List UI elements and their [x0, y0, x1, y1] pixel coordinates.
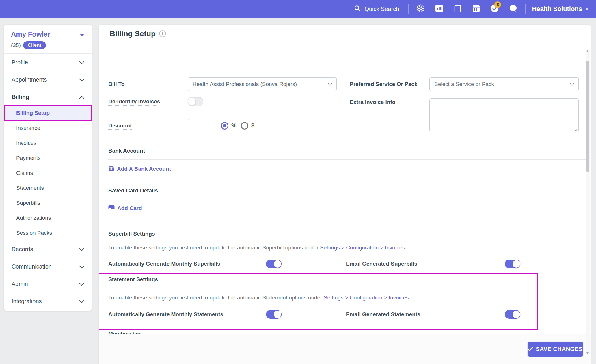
sidebar-item-records[interactable]: Records: [4, 241, 92, 258]
chevron-up-icon: [79, 94, 84, 100]
check-icon: [528, 346, 533, 352]
superbill-settings-title: Superbill Settings: [108, 231, 155, 237]
client-dropdown-caret-icon[interactable]: [80, 34, 84, 36]
discount-dollar-radio[interactable]: [241, 122, 248, 130]
chevron-down-icon: [79, 59, 84, 66]
credit-card-icon: [108, 205, 115, 211]
section-divider: [108, 159, 586, 160]
chevron-down-icon: [570, 81, 574, 87]
messages-button[interactable]: [504, 0, 522, 18]
membership-section-title: Membership: [108, 331, 141, 334]
preferred-service-label: Preferred Service Or Pack: [350, 77, 418, 91]
sidebar-item-authorizations[interactable]: Authorizations: [4, 211, 92, 226]
sidebar-nav: Profile Appointments Billing Billing Set…: [4, 54, 92, 310]
statement-settings-title: Statement Settings: [108, 276, 158, 283]
chat-bubble-icon: [509, 4, 517, 14]
panel-header: Billing Setup i: [99, 25, 591, 43]
topbar-separator: [408, 4, 409, 14]
bank-account-section-title: Bank Account: [108, 148, 145, 154]
panel-footer: SAVE CHANGES: [99, 334, 591, 364]
client-age: (35): [11, 42, 21, 48]
billing-setup-page: Quick Search: [0, 0, 596, 364]
topbar-separator: [525, 4, 526, 14]
preferred-service-select[interactable]: Select a Service or Pack: [429, 77, 579, 91]
de-identify-label: De-Identify Invoices: [108, 95, 160, 108]
statement-settings-highlight-box: [99, 273, 538, 330]
sidebar-item-profile[interactable]: Profile: [4, 54, 92, 71]
section-divider: [108, 290, 586, 290]
de-identify-toggle[interactable]: [188, 97, 203, 106]
chevron-down-icon: [79, 298, 84, 305]
sidebar-item-billing-setup[interactable]: Billing Setup: [5, 106, 91, 121]
discount-label: Discount: [108, 119, 132, 132]
notification-badge: 5: [494, 1, 501, 8]
email-superbills-label: Email Generated Superbills: [346, 260, 417, 268]
discount-input[interactable]: [188, 119, 215, 132]
chevron-down-icon: [328, 81, 332, 87]
tasks-button[interactable]: 5: [485, 0, 504, 18]
client-sidebar: Amy Fowler (35) Client Profile Appointme…: [4, 25, 92, 311]
notes-button[interactable]: [448, 0, 467, 18]
sidebar-item-session-packs[interactable]: Session Packs: [4, 226, 92, 241]
org-menu[interactable]: Health Solutions: [532, 5, 589, 13]
chevron-down-icon: [79, 76, 84, 83]
superbill-settings-note: To enable these settings you first need …: [108, 245, 405, 251]
bar-chart-icon: [435, 4, 443, 14]
search-icon: [354, 5, 361, 13]
org-name: Health Solutions: [532, 5, 582, 13]
scroll-up-arrow-icon[interactable]: [586, 50, 589, 52]
statement-config-link[interactable]: Settings > Configuration > Invoices: [324, 294, 409, 301]
scroll-down-arrow-icon[interactable]: [586, 352, 589, 354]
sidebar-item-appointments[interactable]: Appointments: [4, 71, 92, 88]
bill-to-select[interactable]: Health Assist Professionals (Sonya Rojer…: [188, 77, 337, 91]
caret-down-icon: [585, 8, 589, 10]
add-bank-account-link[interactable]: Add A Bank Account: [108, 165, 171, 173]
calendar-button[interactable]: [467, 0, 485, 18]
bank-icon: [108, 165, 114, 173]
superbill-config-link[interactable]: Settings > Configuration > Invoices: [320, 245, 405, 251]
client-header: Amy Fowler (35) Client: [4, 25, 92, 54]
sidebar-item-invoices[interactable]: Invoices: [4, 136, 92, 151]
save-changes-button[interactable]: SAVE CHANGES: [528, 342, 583, 357]
quick-search[interactable]: Quick Search: [354, 5, 399, 13]
vertical-scrollbar[interactable]: [586, 49, 590, 355]
extra-invoice-info-label: Extra Invoice Info: [350, 98, 395, 106]
auto-statements-label: Automatically Generate Monthly Statement…: [108, 310, 223, 319]
billing-setup-panel: Billing Setup i Bill To Health Assist Pr…: [99, 25, 591, 364]
auto-superbills-label: Automatically Generate Monthly Superbill…: [108, 260, 220, 268]
quick-search-label: Quick Search: [364, 6, 399, 12]
bill-to-label: Bill To: [108, 77, 125, 91]
calendar-icon: [472, 4, 480, 14]
client-name[interactable]: Amy Fowler: [11, 30, 85, 38]
sidebar-item-communication[interactable]: Communication: [4, 258, 92, 275]
discount-percent-radio[interactable]: [221, 122, 228, 130]
reports-button[interactable]: [430, 0, 448, 18]
email-statements-label: Email Generated Statements: [346, 310, 420, 319]
saved-card-section-title: Saved Card Details: [108, 187, 158, 194]
dollar-option-label: $: [251, 119, 254, 132]
apps-icon: [416, 4, 425, 14]
sidebar-item-superbills[interactable]: Superbills: [4, 196, 92, 211]
info-icon[interactable]: i: [159, 30, 166, 37]
auto-superbills-toggle[interactable]: [266, 260, 282, 268]
email-statements-toggle[interactable]: [505, 310, 520, 319]
add-card-link[interactable]: Add Card: [108, 205, 142, 211]
sidebar-item-billing[interactable]: Billing: [4, 88, 92, 106]
section-divider: [108, 240, 586, 240]
clipboard-icon: [454, 4, 461, 14]
extra-invoice-info-textarea[interactable]: [429, 98, 579, 132]
page-title: Billing Setup: [110, 29, 156, 38]
sidebar-item-insurance[interactable]: Insurance: [4, 121, 92, 136]
sidebar-item-admin[interactable]: Admin: [4, 275, 92, 292]
apps-menu-button[interactable]: [411, 0, 430, 18]
section-divider: [108, 199, 586, 199]
sidebar-item-payments[interactable]: Payments: [4, 151, 92, 166]
topbar: Quick Search: [0, 0, 596, 18]
scrollbar-thumb[interactable]: [586, 61, 589, 172]
sidebar-item-integrations[interactable]: Integrations: [4, 292, 92, 310]
client-type-badge: Client: [23, 41, 46, 49]
email-superbills-toggle[interactable]: [505, 260, 520, 268]
auto-statements-toggle[interactable]: [266, 310, 282, 319]
sidebar-item-statements[interactable]: Statements: [4, 181, 92, 196]
sidebar-item-claims[interactable]: Claims: [4, 166, 92, 181]
